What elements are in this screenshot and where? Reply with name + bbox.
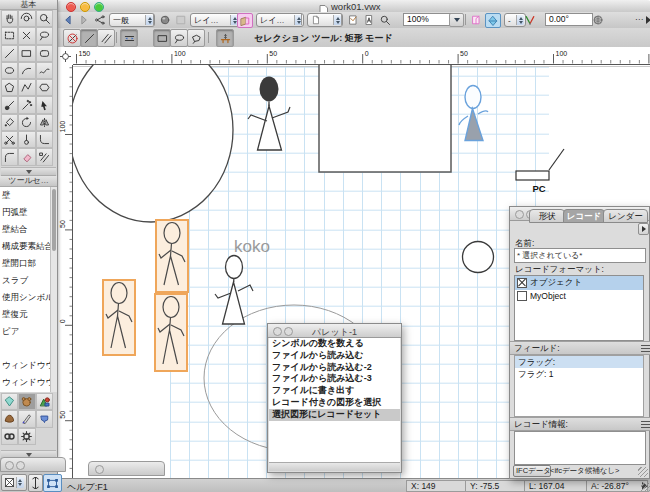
tool-polyline[interactable] [18,79,35,96]
record-format-row[interactable]: オブジェクト [515,276,643,290]
toolset-item[interactable]: マリオン(方立) [0,391,50,392]
fields-menu-icon[interactable] [641,345,650,352]
maximize-button[interactable] [94,2,104,12]
basic-palette-title[interactable]: 基本 [0,0,57,10]
tool-offset[interactable] [36,148,53,165]
axis-icon[interactable] [523,13,537,26]
close-button[interactable] [66,2,76,12]
tool-rectangle[interactable] [18,45,35,62]
tab-レンダー[interactable]: レンダー [603,209,648,223]
mode-no-interactive[interactable] [63,29,81,47]
tool-oval[interactable] [1,62,18,79]
unchecked-checkbox[interactable] [517,291,527,301]
sheet-dropdown[interactable] [307,13,343,27]
mode-marquee-rectangle[interactable] [153,29,171,47]
zoom-dropdown-button[interactable] [449,13,464,27]
mode-multiple-object[interactable] [97,29,115,47]
toolset-icon-part[interactable] [36,410,53,427]
toolset-icon-fur[interactable] [1,410,18,427]
palette-close-button[interactable] [5,461,14,470]
history-icon[interactable] [93,13,107,26]
toolset-icon-dog[interactable] [18,393,35,410]
disabled-page-icon[interactable] [174,13,188,26]
render-sphere-icon[interactable] [158,13,172,26]
field-row[interactable]: フラグ: 1 [515,368,643,380]
tool-mirror[interactable] [36,114,53,131]
toolset-item[interactable]: ウィンドウウォー… [0,374,50,391]
zoom-level-field[interactable]: 100% [403,13,451,26]
tool-paint-bucket[interactable] [1,114,18,131]
fill-style-dropdown[interactable] [1,474,27,491]
forward-button[interactable] [77,13,91,26]
magnifier-icon[interactable] [378,13,392,26]
snap-grid-button[interactable] [43,474,62,492]
tab-形状[interactable]: 形状 [529,209,565,223]
record-info-area[interactable] [514,431,646,465]
tool-rotate[interactable] [18,114,35,131]
record-info-menu-icon[interactable] [641,421,650,428]
palette-collapse-button[interactable] [16,461,25,470]
mode-single-object[interactable] [80,29,98,47]
design-layer-dropdown[interactable]: レイ… [190,13,240,27]
field-row[interactable]: フラッグ: [515,356,643,368]
tool-zoom[interactable] [36,10,53,27]
toolset-icon-chain[interactable] [1,428,18,445]
import-page-icon[interactable] [346,13,360,26]
view-layer-dropdown[interactable]: レイ… [256,13,304,27]
script-item[interactable]: ファイルから読み込む [269,350,400,362]
plan-view-icon[interactable] [485,13,501,28]
checked-checkbox[interactable] [517,278,527,288]
tab-レコード[interactable]: レコード [563,209,605,223]
pink-door-icon[interactable] [469,13,483,26]
tool-eyedropper[interactable] [1,96,18,113]
toolset-item[interactable]: 使用シンボル配置 [0,289,50,306]
toolset-item[interactable] [0,340,50,357]
script-item[interactable]: レコード付きの図形を選択 [269,397,400,409]
toolset-scrollbar-thumb[interactable] [52,189,56,251]
tool-flyover[interactable] [18,10,35,27]
tool-fillet[interactable] [36,131,53,148]
toolset-item[interactable]: 円弧壁 [0,204,50,221]
constrain-icon[interactable] [28,474,43,492]
snap-palette-titlebar[interactable] [88,461,165,476]
toolset-icon-pens[interactable] [18,410,35,427]
toolset-scrollbar[interactable] [50,187,57,392]
mode-constrain[interactable] [120,29,138,47]
toolset-item[interactable]: 壁開口部 [0,255,50,272]
layer-options-icon[interactable] [237,13,253,28]
hatch-sphere-icon[interactable] [591,13,605,26]
tool-arc[interactable] [18,62,35,79]
toolset-icon-solids[interactable] [36,393,53,410]
toolset-header[interactable]: ツールセ… [0,176,57,187]
tool-magic-wand[interactable] [18,96,35,113]
script-item[interactable]: 選択図形にレコードセット [269,409,400,421]
tool-line[interactable] [1,45,18,62]
tool-pan-hand[interactable] [1,10,18,27]
ruler-origin-icon[interactable] [58,47,74,66]
ifc-data-button[interactable]: IFCデータ... [513,465,551,477]
tab-overflow-button[interactable] [638,223,649,235]
script-item[interactable]: ファイルから読み込む-2 [269,362,400,374]
rotation-angle-field[interactable]: 0.00° [545,13,593,26]
class-dropdown[interactable]: 一般 [109,13,155,27]
tool-lasso[interactable] [36,27,53,44]
toolset-icon-gem[interactable] [1,393,18,410]
record-format-row[interactable]: MyObject [515,290,643,304]
toolset-item[interactable]: ウィンドウウォー… [0,357,50,374]
tool-corner-arc[interactable] [1,148,18,165]
tool-delete-x[interactable] [18,27,35,44]
script-item[interactable]: ファイルに書き出す [269,385,400,397]
mode-marquee-polygon[interactable] [187,29,205,47]
name-field[interactable]: * 選択されている* [514,248,646,263]
toolset-item[interactable]: スラブ [0,272,50,289]
tool-polygon[interactable] [1,79,18,96]
text-page-icon[interactable] [362,13,376,26]
tool-marquee[interactable] [1,27,18,44]
toolset-item[interactable]: ピア [0,323,50,340]
toolbar-overflow-button[interactable]: ⋯ [635,13,650,26]
tool-trim[interactable] [1,131,18,148]
tool-regular-polygon[interactable] [36,79,53,96]
mode-marquee-lasso[interactable] [170,29,188,47]
palette-close-button-2[interactable] [95,465,104,474]
tool-selection-cursor[interactable] [36,96,53,113]
